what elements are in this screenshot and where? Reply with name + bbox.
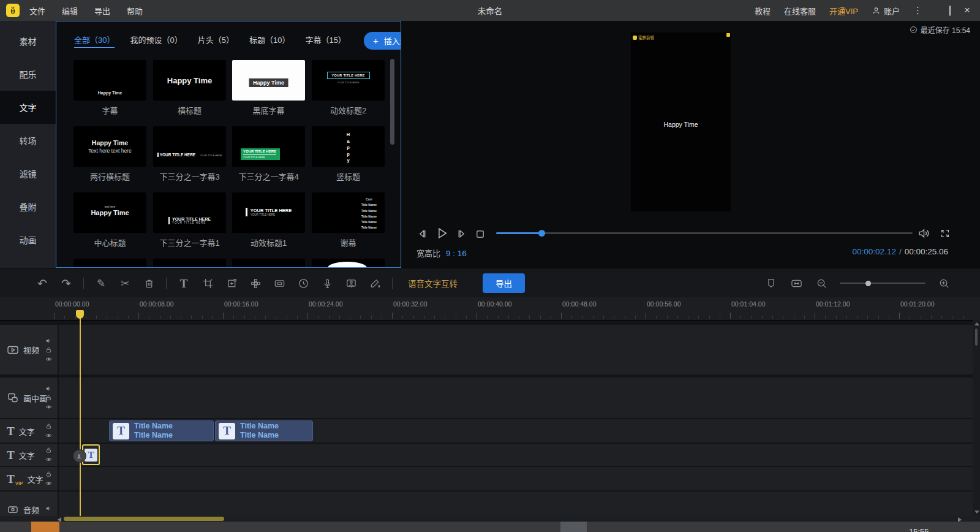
stop-button[interactable] [475,229,485,239]
export-button[interactable]: 导出 [483,273,525,293]
track-visibility-icon[interactable] [45,355,52,362]
redo-button[interactable]: ↷ [59,274,73,292]
tab-title[interactable]: 标题（10） [249,34,290,48]
speech-text-convert-button[interactable]: 语音文字互转 [408,277,458,289]
play-button[interactable] [435,226,449,240]
insert-new-subtitle-button[interactable]: + 插入新字幕 [364,32,401,50]
template-item-fx-title-2[interactable]: YOUR TITLE HERE YOUR TITLE HERE 动效标题2 [312,60,385,116]
seek-slider[interactable] [496,232,913,234]
delete-button[interactable] [142,274,156,292]
track-header-video[interactable]: 视频 [0,325,58,374]
template-item-lower-third-3[interactable]: YOUR TITLE HERE YOUR TITLE HERE 下三分之一字幕3 [153,126,226,182]
track-lane-text-1[interactable]: T Title Name Title Name T Title Name Tit… [59,419,973,443]
scroll-down-arrow-icon[interactable] [974,511,979,514]
track-visibility-icon[interactable] [45,480,52,487]
track-mute-icon[interactable] [45,337,52,344]
track-lock-icon[interactable] [45,346,52,353]
track-header-audio[interactable]: 音频 [0,492,58,517]
track-header-text-3[interactable]: T VIP 文字 [0,467,58,490]
close-button[interactable]: × [964,7,970,13]
horizontal-scrollbar-thumb[interactable] [64,517,224,521]
track-lane-audio[interactable] [59,492,973,517]
scrollbar-thumb[interactable] [390,59,394,145]
template-item-center-title[interactable]: text here Happy Time 中心标题 [74,192,146,248]
template-item-credits[interactable]: Cast Title Name Title Name Title Name Ti… [312,192,385,248]
timeline-horizontal-scrollbar[interactable] [0,516,973,522]
track-lock-icon[interactable] [45,423,52,430]
split-at-playhead-button[interactable]: ✂ [73,449,86,463]
taskbar-app-active[interactable] [31,522,59,532]
selection-handle[interactable] [726,33,730,37]
track-header-text-1[interactable]: T 文字 [0,419,58,443]
tab-subtitle[interactable]: 字幕（15） [305,34,345,48]
track-visibility-icon[interactable] [45,432,52,439]
account-button[interactable]: 账户 [872,5,900,17]
template-item-caption[interactable]: Happy Time 字幕 [74,60,146,116]
marker-button[interactable] [764,274,778,292]
track-lane-text-2[interactable]: T [59,444,973,466]
track-lock-icon[interactable] [45,395,52,401]
sidebar-item-music[interactable]: 配乐 [0,58,56,91]
template-item-lower-third-4[interactable]: YOUR TITLE HERE YOUR TITLE HERE 下三分之一字幕4 [232,126,305,182]
menu-help[interactable]: 帮助 [127,5,143,17]
sidebar-item-media[interactable]: 素材 [0,25,56,58]
track-mute-icon[interactable] [45,386,52,392]
mosaic-button[interactable] [249,274,262,292]
zoom-out-button[interactable] [815,274,828,292]
track-visibility-icon[interactable] [45,456,52,463]
tab-my-presets[interactable]: 我的预设（0） [130,34,182,48]
transform-button[interactable] [225,274,238,292]
tab-intro[interactable]: 片头（5） [198,34,234,48]
sidebar-item-overlay[interactable]: 叠附 [0,190,56,223]
zoom-in-button[interactable] [937,274,951,292]
sidebar-item-animation[interactable]: 动画 [0,223,56,256]
track-lock-icon[interactable] [45,471,52,477]
volume-button[interactable] [918,227,930,240]
next-frame-button[interactable] [456,228,467,240]
aspect-ratio[interactable]: 宽高比9 : 16 [417,247,467,259]
track-lane-pip[interactable] [59,378,973,418]
template-item-lower-third-1[interactable]: YOUR TITLE HERE YOUR TITLE HERE 下三分之一字幕1 [153,192,226,248]
sidebar-item-transition[interactable]: 转场 [0,124,56,157]
video-preview-frame[interactable]: 蜜蜂剪辑 Happy Time [631,32,731,211]
playhead-handle[interactable] [76,310,84,319]
template-panel-scrollbar[interactable] [390,59,394,267]
text-clip[interactable]: T Title Name Title Name [215,420,313,441]
seek-handle[interactable] [538,230,545,237]
fullscreen-button[interactable] [940,228,951,239]
template-item-partial[interactable] [312,259,385,268]
customer-service-link[interactable]: 在线客服 [784,5,816,17]
track-mute-icon[interactable] [45,505,52,512]
app-logo-bee-icon[interactable] [6,4,20,17]
duration-button[interactable] [296,274,310,292]
tutorial-link[interactable]: 教程 [755,5,771,17]
more-menu-icon[interactable]: ⋮ [913,5,922,16]
menu-file[interactable]: 文件 [29,5,45,17]
template-item-fx-title-1[interactable]: YOUR TITLE HERE YOUR TITLE HERE 动效标题1 [232,192,305,248]
sidebar-item-filter[interactable]: 滤镜 [0,157,56,190]
chroma-key-button[interactable] [368,274,382,292]
maximize-button[interactable] [949,6,951,15]
template-item-partial[interactable] [232,259,305,268]
template-item-vertical-title[interactable]: Happy 竖标题 [312,126,385,182]
timeline-vertical-scrollbar[interactable] [973,320,980,516]
template-item-two-row-title[interactable]: Happy Time Text here text here 两行横标题 [74,126,146,182]
scroll-up-arrow-icon[interactable] [974,322,979,325]
undo-button[interactable]: ↶ [36,274,49,292]
template-item-partial[interactable] [153,259,226,268]
preview-text-element[interactable]: Happy Time [631,121,731,128]
previous-frame-button[interactable] [417,228,428,240]
split-button[interactable]: ✂ [118,274,132,292]
track-header-pip[interactable]: 画中画 [0,378,58,418]
tab-all[interactable]: 全部（30） [74,34,115,48]
open-vip-link[interactable]: 开通VIP [829,5,858,17]
vertical-scrollbar-thumb[interactable] [975,329,978,346]
track-lane-text-3[interactable] [59,467,973,490]
overlay-button[interactable] [273,274,286,292]
freeze-frame-button[interactable] [344,274,358,292]
template-item-horizontal-title[interactable]: Happy Time 横标题 [153,60,226,116]
timeline-zoom-slider[interactable] [840,283,925,284]
add-text-button[interactable]: T [177,274,190,292]
text-clip[interactable]: T Title Name Title Name [109,420,214,441]
menu-edit[interactable]: 编辑 [62,5,78,17]
